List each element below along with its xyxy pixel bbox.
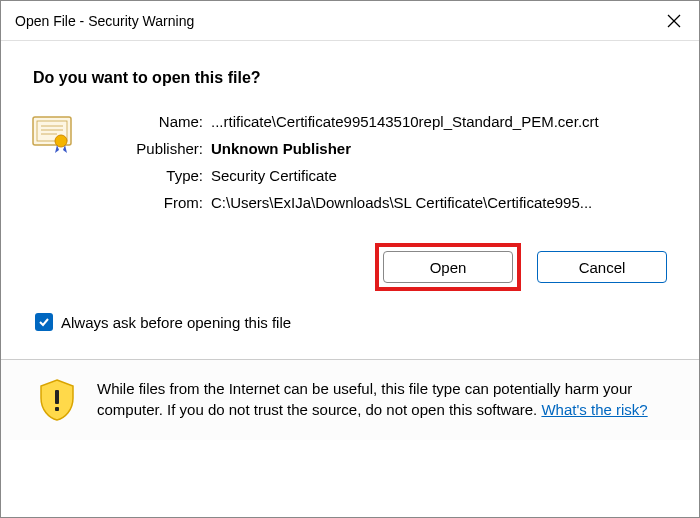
titlebar: Open File - Security Warning (1, 1, 699, 41)
from-label: From: (103, 194, 203, 211)
svg-point-7 (55, 135, 67, 147)
publisher-value: Unknown Publisher (211, 140, 669, 157)
shield-warning-icon (37, 378, 77, 422)
open-button[interactable]: Open (383, 251, 513, 283)
dialog-content: Do you want to open this file? Name: ...… (1, 41, 699, 341)
always-ask-row: Always ask before opening this file (35, 313, 669, 331)
window-title: Open File - Security Warning (15, 13, 194, 29)
close-button[interactable] (649, 1, 699, 41)
file-info-row: Name: ...rtificate\Certificate995143510r… (31, 113, 669, 211)
button-row: Open Cancel (31, 243, 669, 291)
publisher-label: Publisher: (103, 140, 203, 157)
always-ask-checkbox[interactable] (35, 313, 53, 331)
file-info-grid: Name: ...rtificate\Certificate995143510r… (103, 113, 669, 211)
svg-rect-8 (55, 390, 59, 404)
close-icon (667, 14, 681, 28)
certificate-icon (31, 113, 73, 155)
whats-the-risk-link[interactable]: What's the risk? (541, 401, 647, 418)
name-label: Name: (103, 113, 203, 130)
svg-rect-9 (55, 407, 59, 411)
from-value: C:\Users\ExIJa\Downloads\SL Certificate\… (211, 194, 669, 211)
checkmark-icon (38, 316, 50, 328)
always-ask-label: Always ask before opening this file (61, 314, 291, 331)
name-value: ...rtificate\Certificate995143510repl_St… (211, 113, 669, 130)
type-value: Security Certificate (211, 167, 669, 184)
open-button-highlight: Open (375, 243, 521, 291)
warning-footer: While files from the Internet can be use… (1, 359, 699, 440)
cancel-button[interactable]: Cancel (537, 251, 667, 283)
type-label: Type: (103, 167, 203, 184)
warning-text: While files from the Internet can be use… (97, 378, 669, 420)
question-text: Do you want to open this file? (33, 69, 669, 87)
